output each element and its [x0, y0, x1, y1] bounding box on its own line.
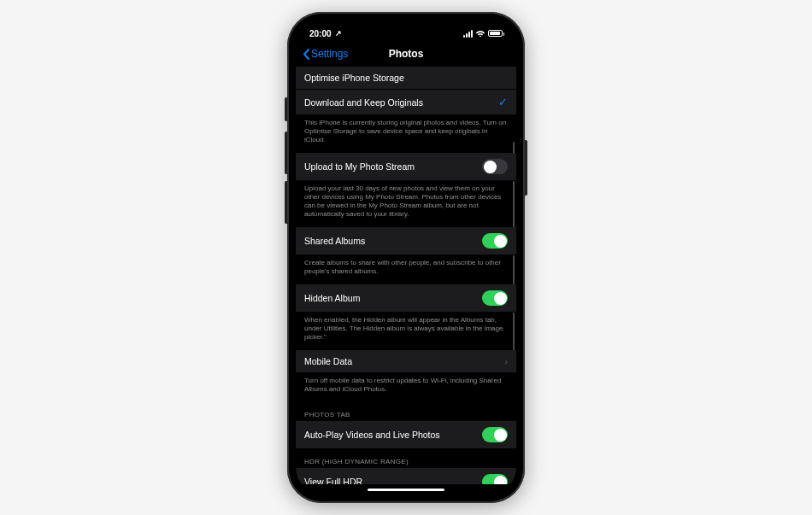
row-label: Hidden Album [304, 293, 360, 303]
back-button[interactable]: Settings [303, 48, 348, 60]
row-mobile-data[interactable]: Mobile Data › [296, 350, 516, 373]
location-icon: ↗ [335, 29, 342, 38]
screen: 20:00 ↗ Settings Photos Optimise iPhone … [296, 20, 516, 495]
settings-list[interactable]: Optimise iPhone Storage Download and Kee… [296, 67, 516, 484]
row-download-originals[interactable]: Download and Keep Originals ✓ [296, 90, 516, 115]
footer-text: This iPhone is currently storing origina… [296, 115, 516, 153]
toggle-shared-albums[interactable] [482, 233, 508, 249]
checkmark-icon: ✓ [498, 96, 508, 108]
nav-bar: Settings Photos [296, 41, 516, 67]
footer-text: Create albums to share with other people… [296, 255, 516, 284]
footer-text: Upload your last 30 days of new photos a… [296, 181, 516, 227]
footer-text: Turn off mobile data to restrict updates… [296, 373, 516, 402]
back-label: Settings [311, 48, 348, 60]
row-photo-stream[interactable]: Upload to My Photo Stream [296, 153, 516, 181]
chevron-right-icon: › [504, 356, 508, 366]
toggle-view-full-hdr[interactable] [482, 474, 508, 484]
status-time: 20:00 [309, 29, 332, 38]
row-label: Download and Keep Originals [304, 97, 423, 108]
row-label: Shared Albums [304, 236, 365, 246]
row-view-full-hdr[interactable]: View Full HDR [296, 468, 516, 484]
row-label: Upload to My Photo Stream [304, 161, 415, 172]
row-optimise-storage[interactable]: Optimise iPhone Storage [296, 67, 516, 90]
row-label: Auto-Play Videos and Live Photos [304, 430, 440, 440]
row-label: Mobile Data [304, 356, 352, 366]
row-label: View Full HDR [304, 477, 362, 484]
section-header: PHOTOS TAB [296, 402, 516, 421]
section-header: HDR (HIGH DYNAMIC RANGE) [296, 449, 516, 468]
notch [355, 20, 457, 39]
wifi-icon [475, 30, 485, 38]
toggle-autoplay[interactable] [482, 427, 508, 442]
row-autoplay[interactable]: Auto-Play Videos and Live Photos [296, 421, 516, 449]
footer-text: When enabled, the Hidden album will appe… [296, 313, 516, 350]
toggle-hidden-album[interactable] [482, 290, 508, 306]
row-shared-albums[interactable]: Shared Albums [296, 227, 516, 255]
chevron-left-icon [303, 49, 309, 60]
row-label: Optimise iPhone Storage [304, 73, 404, 83]
page-title: Photos [389, 48, 424, 60]
row-hidden-album[interactable]: Hidden Album [296, 284, 516, 313]
toggle-photo-stream[interactable] [482, 159, 508, 174]
signal-icon [463, 30, 473, 38]
home-indicator[interactable] [368, 489, 444, 492]
phone-frame: 20:00 ↗ Settings Photos Optimise iPhone … [287, 12, 525, 503]
battery-icon [488, 30, 503, 37]
